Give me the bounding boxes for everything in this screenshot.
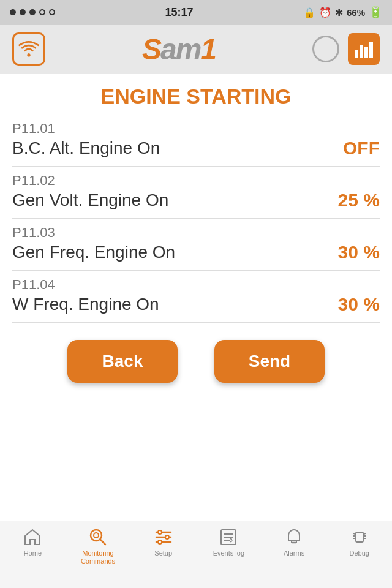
- dot3: [29, 9, 36, 15]
- status-right: 🔒 ⏰ ✱ 66% 🔋: [303, 6, 382, 19]
- svg-point-0: [27, 53, 30, 56]
- home-icon: [23, 527, 42, 547]
- page-title: ENGINE STARTING: [12, 74, 380, 115]
- chart-button[interactable]: [348, 33, 380, 65]
- param-name-1: B.C. Alt. Engine On: [12, 138, 160, 158]
- nav-alarms[interactable]: Alarms: [262, 527, 327, 557]
- header-right: [312, 33, 380, 65]
- dot4: [39, 9, 45, 15]
- action-buttons: Back Send: [12, 340, 380, 383]
- status-bar: 15:17 🔒 ⏰ ✱ 66% 🔋: [0, 0, 392, 24]
- chart-icon: [353, 39, 374, 59]
- monitoring-icon: [88, 527, 108, 547]
- clock: 15:17: [165, 6, 193, 19]
- param-line-1: B.C. Alt. Engine On OFF: [12, 138, 380, 159]
- param-name-3: Gen Freq. Engine On: [12, 243, 175, 262]
- nav-setup-label: Setup: [154, 549, 172, 557]
- param-value-3: 30 %: [338, 242, 380, 263]
- nav-home[interactable]: Home: [0, 527, 66, 557]
- dot5: [49, 9, 55, 15]
- param-line-3: Gen Freq. Engine On 30 %: [12, 242, 380, 263]
- param-code-3: P11.03: [12, 225, 380, 241]
- alarm-icon: ⏰: [319, 7, 331, 18]
- dot1: [10, 9, 16, 15]
- nav-events-label: Events log: [213, 549, 244, 557]
- signal-dots: [10, 9, 55, 15]
- bottom-nav: Home MonitoringCommands Setup: [0, 521, 392, 588]
- back-button[interactable]: Back: [67, 340, 178, 383]
- param-row-1: P11.01 B.C. Alt. Engine On OFF: [12, 115, 380, 167]
- debug-icon: [350, 527, 369, 547]
- svg-point-11: [165, 535, 169, 539]
- alarms-icon: [284, 527, 304, 547]
- nav-debug[interactable]: Debug: [326, 527, 392, 557]
- svg-rect-20: [356, 532, 363, 542]
- bluetooth-icon: ✱: [335, 7, 343, 18]
- nav-setup[interactable]: Setup: [130, 527, 196, 557]
- param-value-1: OFF: [343, 138, 380, 159]
- nav-alarms-label: Alarms: [284, 549, 304, 557]
- param-code-4: P11.04: [12, 277, 380, 293]
- param-value-2: 25 %: [338, 190, 380, 211]
- nav-events[interactable]: Events log: [196, 527, 262, 557]
- svg-rect-3: [364, 47, 368, 58]
- param-row-4: P11.04 W Freq. Engine On 30 %: [12, 271, 380, 323]
- param-line-4: W Freq. Engine On 30 %: [12, 294, 380, 315]
- param-value-4: 30 %: [338, 294, 380, 315]
- dot2: [20, 9, 26, 15]
- send-button[interactable]: Send: [214, 340, 325, 383]
- circle-button[interactable]: [312, 36, 339, 62]
- battery-icon: 🔋: [369, 6, 382, 19]
- nav-debug-label: Debug: [349, 549, 369, 557]
- setup-icon: [154, 527, 173, 547]
- app-logo: Sam1: [142, 32, 216, 66]
- svg-rect-1: [355, 50, 358, 58]
- svg-rect-2: [360, 45, 363, 58]
- wifi-box[interactable]: [12, 32, 45, 66]
- events-icon: [219, 527, 238, 547]
- svg-point-6: [94, 533, 99, 538]
- nav-monitoring-label: MonitoringCommands: [81, 549, 115, 565]
- nav-home-label: Home: [24, 549, 42, 557]
- svg-point-12: [158, 540, 162, 544]
- param-code-1: P11.01: [12, 121, 380, 137]
- main-content: ENGINE STARTING P11.01 B.C. Alt. Engine …: [0, 74, 392, 383]
- wifi-icon: [18, 38, 40, 60]
- param-name-4: W Freq. Engine On: [12, 295, 159, 314]
- param-row-2: P11.02 Gen Volt. Engine On 25 %: [12, 167, 380, 219]
- param-line-2: Gen Volt. Engine On 25 %: [12, 190, 380, 211]
- param-name-2: Gen Volt. Engine On: [12, 190, 168, 210]
- param-code-2: P11.02: [12, 173, 380, 189]
- param-row-3: P11.03 Gen Freq. Engine On 30 %: [12, 219, 380, 271]
- svg-rect-4: [369, 42, 373, 58]
- app-header: Sam1: [0, 24, 392, 74]
- lock-icon: 🔒: [303, 7, 315, 18]
- nav-monitoring[interactable]: MonitoringCommands: [66, 527, 131, 565]
- svg-point-10: [158, 530, 162, 534]
- battery-label: 66%: [347, 7, 365, 18]
